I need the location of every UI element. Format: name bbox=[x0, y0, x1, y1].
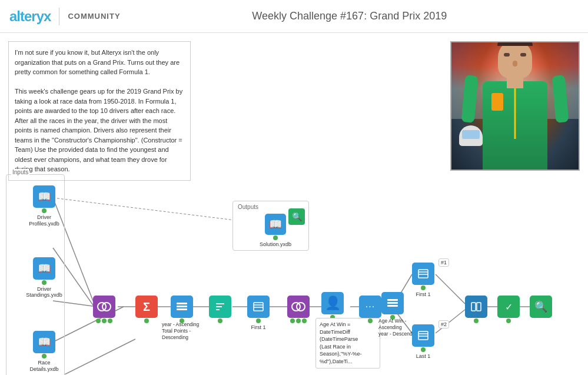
svg-line-18 bbox=[53, 198, 244, 221]
svg-rect-42 bbox=[471, 303, 476, 311]
workflow-canvas: Inputs 📖 DriverProfiles.yxdb 📖 DriverSta… bbox=[0, 174, 588, 374]
header: alteryx COMMUNITY Weekly Challenge #167:… bbox=[0, 0, 588, 33]
header-divider bbox=[59, 8, 59, 25]
sample2-node[interactable]: First 1 bbox=[412, 263, 434, 298]
sample2-label: First 1 bbox=[416, 291, 430, 298]
summarize-icon: Σ bbox=[135, 296, 158, 318]
svg-rect-43 bbox=[477, 303, 481, 311]
driver-standings-node[interactable]: 📖 DriverStandings.yxdb bbox=[18, 257, 71, 299]
sample3-label: Last 1 bbox=[416, 353, 431, 360]
driver-standings-icon: 📖 bbox=[33, 257, 55, 280]
select-node[interactable]: ✓ bbox=[497, 296, 520, 323]
driver-image bbox=[450, 41, 580, 171]
browse-output-node[interactable]: 🔍 bbox=[530, 296, 552, 318]
union-icon bbox=[465, 296, 487, 318]
inputs-group: Inputs 📖 DriverProfiles.yxdb 📖 DriverSta… bbox=[6, 174, 65, 375]
svg-rect-34 bbox=[387, 302, 398, 304]
inputs-label: Inputs bbox=[11, 169, 29, 175]
svg-line-14 bbox=[436, 274, 465, 304]
alteryx-logo[interactable]: alteryx bbox=[9, 8, 51, 25]
solution-browse[interactable]: 🔍 bbox=[288, 208, 305, 225]
driver-profiles-label: DriverProfiles.yxdb bbox=[29, 214, 59, 227]
svg-rect-36 bbox=[418, 270, 428, 278]
select-icon: ✓ bbox=[497, 296, 520, 318]
race-details-icon: 📖 bbox=[33, 331, 55, 353]
solution-label: Solution.yxdb bbox=[260, 241, 291, 248]
outputs-group: Outputs 📖 Solution.yxdb 🔍 bbox=[232, 201, 309, 251]
driver-profiles-icon: 📖 bbox=[33, 185, 55, 208]
multirow2-icon bbox=[381, 292, 404, 314]
description-text-2: This week's challenge gears up for the 2… bbox=[15, 87, 184, 174]
formula1-node[interactable]: 👤 Age At Win =DateTimeDiff(DateTimeParse… bbox=[321, 292, 344, 320]
community-label: COMMUNITY bbox=[68, 12, 120, 21]
ellipsis-icon: ··· bbox=[359, 296, 381, 318]
sort-node[interactable] bbox=[209, 296, 231, 323]
description-text-1: I'm not sure if you know it, but Alteryx… bbox=[15, 48, 184, 77]
sample1-icon bbox=[247, 296, 270, 318]
join2-icon bbox=[287, 296, 310, 318]
badge-1: #1 bbox=[438, 258, 449, 267]
sample3-icon bbox=[412, 324, 434, 347]
svg-rect-24 bbox=[177, 308, 187, 310]
join1-node[interactable] bbox=[93, 296, 115, 323]
browse-output-icon: 🔍 bbox=[530, 296, 552, 318]
driver-standings-label: DriverStandings.yxdb bbox=[26, 286, 62, 299]
svg-rect-23 bbox=[177, 306, 187, 307]
race-details-node[interactable]: 📖 Race Details.yxdb bbox=[18, 331, 71, 373]
solution-icon: 📖 bbox=[265, 214, 286, 235]
badge-2: #2 bbox=[438, 320, 449, 328]
svg-rect-22 bbox=[177, 303, 187, 304]
multirow2-node[interactable]: Age At Win -Ascendingyear - Descending bbox=[381, 292, 404, 320]
race-details-label: Race Details.yxdb bbox=[24, 360, 65, 373]
multirow1-node[interactable]: year - Ascending Total Points - Descendi… bbox=[171, 296, 193, 323]
page-title: Weekly Challenge #167: Grand Prix 2019 bbox=[121, 10, 579, 22]
driver-profiles-node[interactable]: 📖 DriverProfiles.yxdb bbox=[18, 185, 71, 227]
svg-rect-33 bbox=[387, 299, 398, 301]
formula1-icon: 👤 bbox=[321, 292, 344, 314]
join1-icon bbox=[93, 296, 115, 318]
sample2-icon bbox=[412, 263, 434, 285]
sort-label: year - Ascending Total Points - Descendi… bbox=[162, 321, 209, 341]
sort-icon bbox=[209, 296, 231, 318]
multirow1-icon bbox=[171, 296, 193, 318]
join2-node[interactable] bbox=[287, 296, 310, 323]
main-content: I'm not sure if you know it, but Alteryx… bbox=[0, 33, 588, 375]
sample1-label: First 1 bbox=[251, 324, 265, 331]
sample3-node[interactable]: Last 1 bbox=[412, 324, 434, 360]
description-box: I'm not sure if you know it, but Alteryx… bbox=[8, 41, 191, 181]
union-node[interactable] bbox=[465, 296, 487, 323]
formula1-label: Age At Win =DateTimeDiff(DateTimeParse(L… bbox=[315, 318, 380, 369]
svg-rect-28 bbox=[254, 303, 263, 311]
sample1-node[interactable]: First 1 bbox=[247, 296, 270, 331]
svg-rect-39 bbox=[418, 331, 428, 340]
svg-rect-35 bbox=[387, 305, 398, 307]
summarize-node[interactable]: Σ bbox=[135, 296, 158, 323]
